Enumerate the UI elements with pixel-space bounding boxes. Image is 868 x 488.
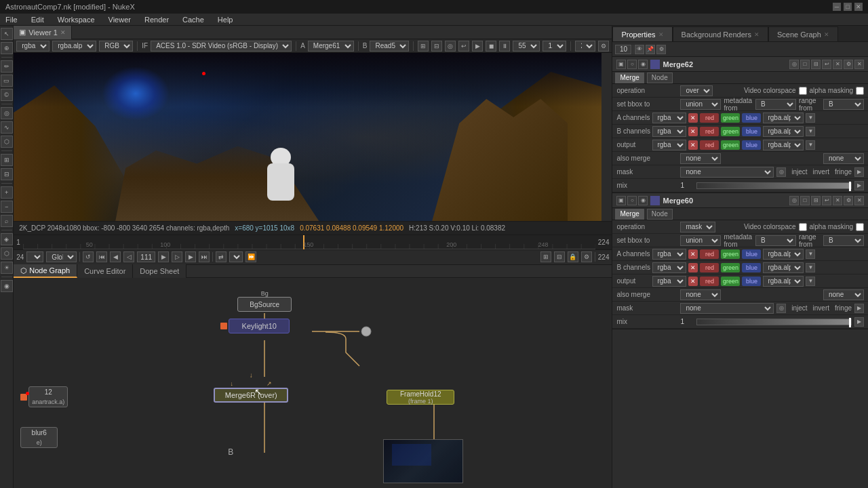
- keylight-rect[interactable]: Keylight10: [229, 319, 290, 333]
- m62-mix-bar[interactable]: [696, 182, 852, 189]
- m62-icon2[interactable]: □: [800, 60, 810, 69]
- m60-meta-dropdown[interactable]: B: [755, 235, 796, 246]
- m60-mask-icon1[interactable]: ◎: [776, 304, 786, 313]
- m62-icon7[interactable]: ✕: [854, 60, 864, 69]
- m60-am-check[interactable]: [856, 223, 864, 231]
- m60-mix-bar[interactable]: [696, 319, 852, 325]
- m60-range-dropdown[interactable]: B: [823, 235, 864, 246]
- right-tab-bg-renders[interactable]: Background Renders ✕: [673, 26, 768, 41]
- menu-help[interactable]: Help: [215, 16, 236, 24]
- menu-workspace[interactable]: Workspace: [55, 16, 98, 24]
- m62-out-dropdown[interactable]: rgba: [652, 140, 686, 150]
- m62-achan-green[interactable]: green: [721, 113, 740, 123]
- right-tab-properties[interactable]: Properties ✕: [612, 26, 672, 41]
- m60-achan-red[interactable]: red: [700, 249, 719, 259]
- m60-achan-x[interactable]: ✕: [688, 249, 698, 259]
- viewer-icon-1[interactable]: ⊞: [418, 41, 429, 52]
- tool-remove[interactable]: −: [1, 201, 13, 213]
- tab-dope-sheet[interactable]: Dope Sheet: [133, 264, 186, 278]
- viewer-icon-7[interactable]: ⏸: [499, 41, 510, 52]
- m62-mix-icon[interactable]: ▶: [854, 181, 864, 190]
- bg-source-rect[interactable]: BgSource: [237, 297, 292, 312]
- merge62-connect-btn[interactable]: ◉: [638, 60, 648, 69]
- m62-op-dropdown[interactable]: over: [680, 85, 713, 96]
- m62-meta-dropdown[interactable]: B: [755, 99, 796, 110]
- m60-bchan-dropdown[interactable]: rgba: [652, 262, 686, 273]
- view-1-btn[interactable]: ⊞: [540, 251, 551, 262]
- skip-end-btn[interactable]: ⏭: [199, 251, 210, 262]
- m60-icon2[interactable]: □: [800, 196, 810, 205]
- tf-dropdown[interactable]: TF: [26, 251, 43, 262]
- m60-icon1[interactable]: ◎: [789, 196, 799, 205]
- m60-bchan-blue[interactable]: blue: [742, 263, 761, 272]
- m60-bchan-green[interactable]: green: [721, 263, 740, 272]
- m60-icon5[interactable]: ✕: [833, 196, 842, 205]
- play-btn[interactable]: ▶: [158, 251, 169, 262]
- tool-clone[interactable]: ©: [1, 89, 13, 101]
- viewer-icon-8[interactable]: ⚙: [598, 41, 609, 52]
- tab-node-graph[interactable]: ⬡ Node Graph: [14, 264, 77, 278]
- m62-bchan-red[interactable]: red: [700, 127, 719, 136]
- merge60-connect-btn[interactable]: ◉: [638, 196, 648, 205]
- prev-btn[interactable]: ◀: [110, 251, 121, 262]
- m62-mask-icon1[interactable]: ◎: [776, 167, 786, 177]
- framehold-node[interactable]: FrameHold12 (frame 1): [387, 390, 454, 405]
- next-frame-btn[interactable]: ▷: [172, 251, 182, 262]
- viewer-tab-1[interactable]: ▣ Viewer 1 ✕: [14, 26, 72, 39]
- m62-out-red[interactable]: red: [700, 140, 719, 150]
- current-frame-display[interactable]: 111: [137, 251, 155, 262]
- tool-roto[interactable]: ◎: [1, 107, 13, 119]
- viewer-icon-3[interactable]: ◎: [445, 41, 456, 52]
- m60-achan-arr[interactable]: ▼: [806, 249, 815, 259]
- m60-out-dropdown[interactable]: rgba: [652, 276, 686, 287]
- right-tab-scene-graph[interactable]: Scene Graph ✕: [768, 26, 838, 41]
- m60-mask-dropdown[interactable]: none: [680, 303, 774, 314]
- right-tab-bg-close[interactable]: ✕: [754, 31, 760, 38]
- prev-frame-btn[interactable]: ◁: [123, 251, 134, 262]
- m62-out-blue[interactable]: blue: [742, 140, 761, 150]
- props-num-display[interactable]: 10: [615, 45, 631, 54]
- step-fwd[interactable]: ⏩: [245, 251, 256, 262]
- merge6r-node[interactable]: ↓ ↓ ↗ Merge6R (over): [214, 371, 288, 403]
- view-dropdown[interactable]: 2D: [575, 41, 595, 52]
- m62-mask-icon2[interactable]: ▶: [854, 167, 864, 177]
- m60-out-arr[interactable]: ▼: [806, 277, 815, 286]
- tool-eraser[interactable]: ▭: [1, 75, 13, 87]
- m60-bbox-dropdown[interactable]: union: [680, 235, 721, 246]
- close-button[interactable]: ✕: [854, 3, 863, 11]
- ratio-dropdown[interactable]: 1:1: [542, 41, 566, 52]
- viewer-icon-6[interactable]: ◼: [486, 41, 496, 52]
- next-btn[interactable]: ▶: [185, 251, 196, 262]
- m60-icon7[interactable]: ✕: [854, 196, 864, 205]
- menu-edit[interactable]: Edit: [28, 16, 47, 24]
- minimize-button[interactable]: ─: [833, 3, 841, 11]
- m60-icon6[interactable]: ⚙: [844, 196, 853, 205]
- viewer-tab-close[interactable]: ✕: [60, 29, 66, 36]
- m62-icon3[interactable]: ⊟: [811, 60, 821, 69]
- blur6-node[interactable]: blur6 e): [20, 427, 58, 448]
- merge62-tab-node[interactable]: Node: [647, 73, 673, 83]
- blur6-rect[interactable]: blur6 e): [20, 427, 58, 448]
- maximize-button[interactable]: □: [844, 3, 852, 11]
- merge62-tab-merge[interactable]: Merge: [615, 73, 644, 83]
- m60-bchan-alpha-dd[interactable]: rgba.alpha: [763, 262, 804, 273]
- node12-rect[interactable]: 12 anartrack.a): [28, 386, 68, 407]
- m62-achan-dropdown[interactable]: rgba: [652, 113, 686, 123]
- menu-cache[interactable]: Cache: [180, 16, 207, 24]
- m62-out-x[interactable]: ✕: [688, 140, 698, 150]
- viewer-icon-5[interactable]: ▶: [472, 41, 483, 52]
- props-icon-settings[interactable]: ⚙: [656, 45, 666, 54]
- m60-op-dropdown[interactable]: mask: [680, 222, 715, 232]
- tool-select[interactable]: ↖: [1, 28, 13, 40]
- m62-achan-blue[interactable]: blue: [742, 113, 761, 123]
- m62-mask-dropdown[interactable]: none: [680, 167, 774, 178]
- node-graph-canvas[interactable]: Bg BgSource Keylight10: [14, 278, 612, 488]
- tool-add[interactable]: +: [1, 186, 13, 199]
- m62-icon1[interactable]: ◎: [789, 60, 799, 69]
- m62-out-green[interactable]: green: [721, 140, 740, 150]
- m60-out-green[interactable]: green: [721, 277, 740, 286]
- m60-out-red[interactable]: red: [700, 277, 719, 286]
- tool-zoom[interactable]: ⌕: [1, 215, 13, 227]
- bg-source-node[interactable]: Bg BgSource: [237, 290, 292, 312]
- m60-achan-dropdown[interactable]: rgba: [652, 249, 686, 260]
